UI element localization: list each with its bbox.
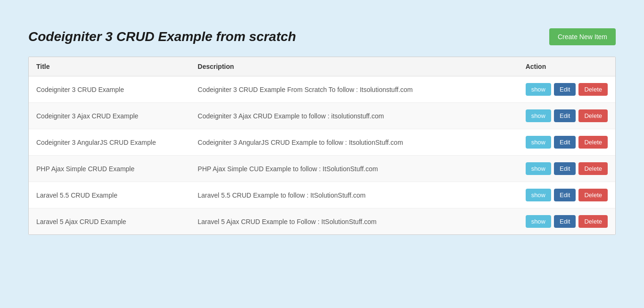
table-header: Title Description Action <box>29 57 615 76</box>
action-buttons: showEditDelete <box>526 109 608 122</box>
column-header-description: Description <box>190 57 518 76</box>
action-buttons: showEditDelete <box>526 136 608 149</box>
delete-button[interactable]: Delete <box>578 162 608 175</box>
items-table-container: Title Description Action Codeigniter 3 C… <box>28 57 616 235</box>
delete-button[interactable]: Delete <box>578 189 608 201</box>
cell-description: Laravel 5 Ajax CRUD Example to Follow : … <box>190 208 518 235</box>
edit-button[interactable]: Edit <box>554 189 576 201</box>
cell-description: Codeigniter 3 CRUD Example From Scratch … <box>190 76 518 103</box>
action-buttons: showEditDelete <box>526 189 608 201</box>
column-header-title: Title <box>29 57 190 76</box>
table-row: Codeigniter 3 CRUD ExampleCodeigniter 3 … <box>29 76 615 103</box>
create-new-item-button[interactable]: Create New Item <box>549 28 616 45</box>
cell-action: showEditDelete <box>518 156 615 182</box>
column-header-action: Action <box>518 57 615 76</box>
table-header-row: Title Description Action <box>29 57 615 76</box>
show-button[interactable]: show <box>526 83 551 96</box>
cell-description: PHP Ajax Simple CUD Example to follow : … <box>190 156 518 182</box>
table-row: Codeigniter 3 Ajax CRUD ExampleCodeignit… <box>29 103 615 129</box>
show-button[interactable]: show <box>526 109 551 122</box>
edit-button[interactable]: Edit <box>554 109 576 122</box>
table-row: Laravel 5.5 CRUD ExampleLaravel 5.5 CRUD… <box>29 182 615 208</box>
items-table: Title Description Action Codeigniter 3 C… <box>29 57 615 234</box>
table-row: PHP Ajax Simple CRUD ExamplePHP Ajax Sim… <box>29 156 615 182</box>
table-row: Codeigniter 3 AngularJS CRUD ExampleCode… <box>29 129 615 156</box>
delete-button[interactable]: Delete <box>578 215 608 228</box>
cell-action: showEditDelete <box>518 182 615 208</box>
delete-button[interactable]: Delete <box>578 83 608 96</box>
edit-button[interactable]: Edit <box>554 215 576 228</box>
action-buttons: showEditDelete <box>526 162 608 175</box>
cell-action: showEditDelete <box>518 103 615 129</box>
edit-button[interactable]: Edit <box>554 83 576 96</box>
page-title: Codeigniter 3 CRUD Example from scratch <box>28 29 296 44</box>
edit-button[interactable]: Edit <box>554 136 576 149</box>
cell-title: Laravel 5.5 CRUD Example <box>29 182 190 208</box>
cell-title: Codeigniter 3 AngularJS CRUD Example <box>29 129 190 156</box>
cell-title: Codeigniter 3 CRUD Example <box>29 76 190 103</box>
show-button[interactable]: show <box>526 136 551 149</box>
show-button[interactable]: show <box>526 215 551 228</box>
cell-action: showEditDelete <box>518 129 615 156</box>
cell-action: showEditDelete <box>518 76 615 103</box>
cell-action: showEditDelete <box>518 208 615 235</box>
show-button[interactable]: show <box>526 189 551 201</box>
page-header: Codeigniter 3 CRUD Example from scratch … <box>28 28 616 45</box>
table-row: Laravel 5 Ajax CRUD ExampleLaravel 5 Aja… <box>29 208 615 235</box>
edit-button[interactable]: Edit <box>554 162 576 175</box>
cell-description: Codeigniter 3 AngularJS CRUD Example to … <box>190 129 518 156</box>
action-buttons: showEditDelete <box>526 83 608 96</box>
cell-title: Codeigniter 3 Ajax CRUD Example <box>29 103 190 129</box>
delete-button[interactable]: Delete <box>578 136 608 149</box>
cell-description: Codeigniter 3 Ajax CRUD Example to follo… <box>190 103 518 129</box>
cell-title: Laravel 5 Ajax CRUD Example <box>29 208 190 235</box>
table-body: Codeigniter 3 CRUD ExampleCodeigniter 3 … <box>29 76 615 235</box>
cell-description: Laravel 5.5 CRUD Example to follow : ItS… <box>190 182 518 208</box>
show-button[interactable]: show <box>526 162 551 175</box>
delete-button[interactable]: Delete <box>578 109 608 122</box>
action-buttons: showEditDelete <box>526 215 608 228</box>
cell-title: PHP Ajax Simple CRUD Example <box>29 156 190 182</box>
